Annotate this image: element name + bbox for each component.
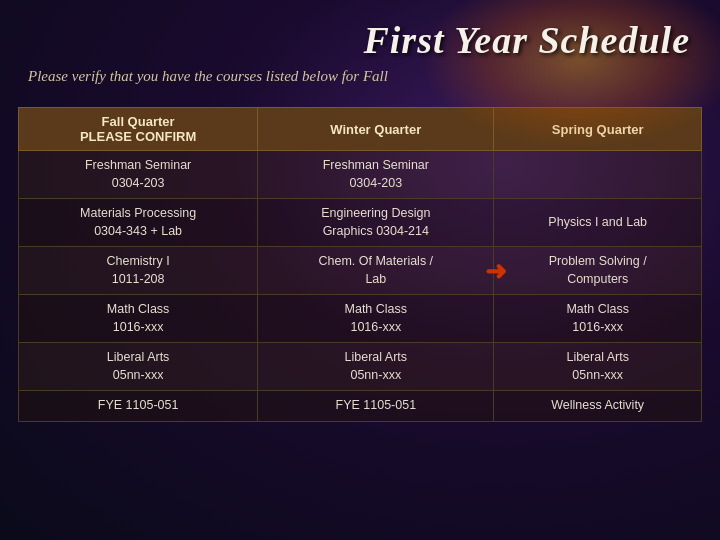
- cell-fall-1: Materials Processing0304-343 + Lab: [19, 199, 258, 247]
- header-section: First Year Schedule: [0, 0, 720, 66]
- cell-winter-0: Freshman Seminar0304-203: [258, 151, 494, 199]
- cell-winter-4: Liberal Arts05nn-xxx: [258, 343, 494, 391]
- cell-spring-0: [494, 151, 702, 199]
- cell-fall-4: Liberal Arts05nn-xxx: [19, 343, 258, 391]
- col-header-winter: Winter Quarter: [258, 108, 494, 151]
- cell-winter-1: Engineering DesignGraphics 0304-214: [258, 199, 494, 247]
- cell-fall-5: FYE 1105-051: [19, 391, 258, 422]
- cell-fall-0: Freshman Seminar0304-203: [19, 151, 258, 199]
- cell-spring-2: Problem Solving /Computers: [494, 247, 702, 295]
- col-header-fall: Fall QuarterPLEASE CONFIRM: [19, 108, 258, 151]
- schedule-table-container: Fall QuarterPLEASE CONFIRM Winter Quarte…: [18, 107, 702, 422]
- table-row: FYE 1105-051FYE 1105-051Wellness Activit…: [19, 391, 702, 422]
- arrow-icon: ➜: [485, 258, 507, 284]
- col-header-spring: Spring Quarter: [494, 108, 702, 151]
- table-row: Chemistry I1011-208Chem. Of Materials /L…: [19, 247, 702, 295]
- cell-winter-2: Chem. Of Materials /Lab➜: [258, 247, 494, 295]
- page-subtitle: Please verify that you have the courses …: [18, 68, 702, 85]
- cell-spring-1: Physics I and Lab: [494, 199, 702, 247]
- cell-fall-2: Chemistry I1011-208: [19, 247, 258, 295]
- table-row: Liberal Arts05nn-xxxLiberal Arts05nn-xxx…: [19, 343, 702, 391]
- table-row: Materials Processing0304-343 + LabEngine…: [19, 199, 702, 247]
- table-row: Freshman Seminar0304-203Freshman Seminar…: [19, 151, 702, 199]
- table-row: Math Class1016-xxxMath Class1016-xxxMath…: [19, 295, 702, 343]
- cell-spring-3: Math Class1016-xxx: [494, 295, 702, 343]
- page-title: First Year Schedule: [30, 18, 690, 62]
- cell-spring-4: Liberal Arts05nn-xxx: [494, 343, 702, 391]
- schedule-table: Fall QuarterPLEASE CONFIRM Winter Quarte…: [18, 107, 702, 422]
- cell-winter-3: Math Class1016-xxx: [258, 295, 494, 343]
- cell-winter-5: FYE 1105-051: [258, 391, 494, 422]
- cell-fall-3: Math Class1016-xxx: [19, 295, 258, 343]
- cell-spring-5: Wellness Activity: [494, 391, 702, 422]
